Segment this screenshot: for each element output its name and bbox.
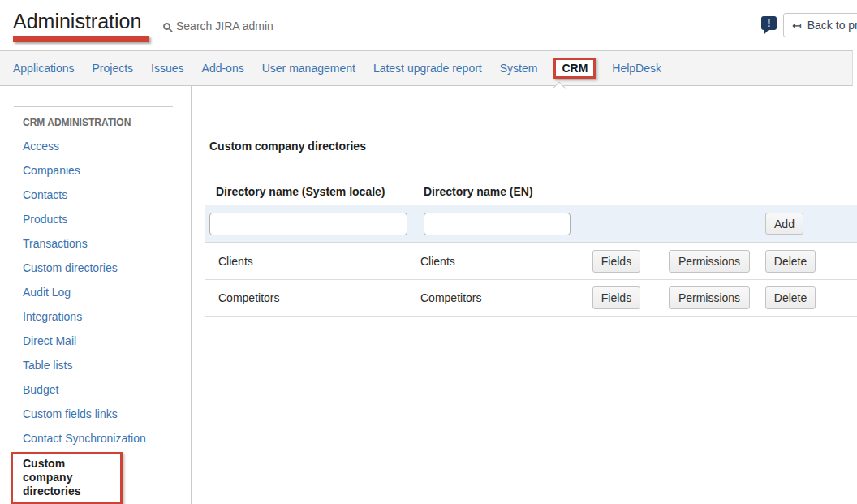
sidebar-item-contacts[interactable]: Contacts xyxy=(23,188,67,201)
sidebar-item-integrations[interactable]: Integrations xyxy=(23,310,82,323)
sidebar-item-audit-log[interactable]: Audit Log xyxy=(23,286,71,299)
sidebar-item-products[interactable]: Products xyxy=(23,213,67,226)
column-header-directory-name-en: Directory name (EN) xyxy=(424,185,533,198)
sidebar-item-table-lists[interactable]: Table lists xyxy=(23,359,72,372)
page-title: Administration xyxy=(13,10,141,33)
back-button-label: Back to pr xyxy=(807,19,857,32)
main-content: Custom company directories Directory nam… xyxy=(192,86,857,504)
sidebar-item-access[interactable]: Access xyxy=(23,140,59,153)
nav-item-user-management[interactable]: User management xyxy=(262,62,355,75)
sidebar-menu: Access Companies Contacts Products Trans… xyxy=(23,134,146,450)
sidebar-divider xyxy=(14,106,173,107)
fields-button[interactable]: Fields xyxy=(592,250,640,273)
sidebar-item-contact-synchronization[interactable]: Contact Synchronization xyxy=(23,432,146,445)
annotation-underline xyxy=(13,36,149,42)
nav-item-helpdesk[interactable]: HelpDesk xyxy=(612,62,661,75)
nav-item-issues[interactable]: Issues xyxy=(151,62,183,75)
nav-item-projects[interactable]: Projects xyxy=(93,62,134,75)
directory-row-clients: Clients Clients Fields Permissions Delet… xyxy=(205,243,857,280)
directory-name-en: Clients xyxy=(420,243,455,280)
sidebar-item-companies[interactable]: Companies xyxy=(23,164,80,177)
sidebar-item-custom-fields-links[interactable]: Custom fields links xyxy=(23,407,118,420)
delete-button[interactable]: Delete xyxy=(765,250,816,273)
search-input[interactable] xyxy=(176,19,290,32)
annotation-box-crm: CRM xyxy=(553,58,596,79)
sidebar-heading: CRM ADMINISTRATION xyxy=(23,117,131,128)
notification-bubble-icon[interactable]: ! xyxy=(761,16,777,30)
directory-name-locale: Competitors xyxy=(218,280,279,317)
sidebar-item-custom-directories[interactable]: Custom directories xyxy=(23,261,118,274)
directory-name-locale-input[interactable] xyxy=(209,213,407,235)
directory-row-competitors: Competitors Competitors Fields Permissio… xyxy=(205,280,857,317)
sidebar-item-transactions[interactable]: Transactions xyxy=(23,237,88,250)
nav-item-latest-upgrade-report[interactable]: Latest upgrade report xyxy=(373,62,482,75)
nav-item-crm[interactable]: CRM xyxy=(562,62,588,75)
permissions-button[interactable]: Permissions xyxy=(669,250,750,273)
delete-button[interactable]: Delete xyxy=(765,286,816,309)
sidebar-item-custom-company-directories[interactable]: Custom company directories xyxy=(11,452,123,504)
fields-button[interactable]: Fields xyxy=(592,286,640,309)
heading-divider xyxy=(208,162,849,162)
add-button[interactable]: Add xyxy=(765,213,803,235)
admin-nav: Applications Projects Issues Add-ons Use… xyxy=(0,50,853,86)
sidebar-item-budget[interactable]: Budget xyxy=(23,383,58,396)
sidebar-item-direct-mail[interactable]: Direct Mail xyxy=(23,334,76,347)
nav-item-add-ons[interactable]: Add-ons xyxy=(202,62,244,75)
jira-admin-page: Administration ! ↤ Back to pr Applicatio… xyxy=(0,0,857,504)
column-header-directory-name-locale: Directory name (System locale) xyxy=(216,185,385,198)
admin-search xyxy=(163,18,290,34)
permissions-button[interactable]: Permissions xyxy=(669,286,750,309)
directory-name-en-input[interactable] xyxy=(424,213,571,235)
crm-sidebar: CRM ADMINISTRATION Access Companies Cont… xyxy=(0,86,192,504)
directory-name-locale: Clients xyxy=(218,243,253,280)
section-heading: Custom company directories xyxy=(209,140,366,153)
back-to-project-button[interactable]: ↤ Back to pr xyxy=(783,13,857,37)
search-icon xyxy=(163,23,170,30)
back-arrow-icon: ↤ xyxy=(792,19,802,32)
nav-item-system[interactable]: System xyxy=(500,62,538,75)
new-directory-row: Add xyxy=(205,205,857,243)
nav-item-applications[interactable]: Applications xyxy=(13,62,75,75)
directory-name-en: Competitors xyxy=(420,280,481,317)
